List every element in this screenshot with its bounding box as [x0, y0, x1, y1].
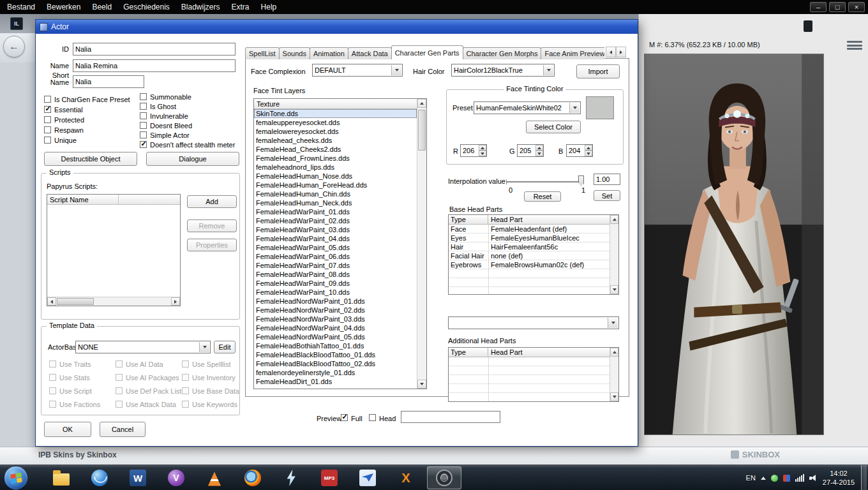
- texture-row[interactable]: SkinTone.dds: [254, 109, 417, 118]
- base-head-parts-header[interactable]: Type Head Part: [449, 215, 610, 225]
- taskbar-button-internet[interactable]: [82, 466, 117, 489]
- texture-column-header[interactable]: Texture: [254, 99, 417, 109]
- menu-item[interactable]: Bestand: [1, 0, 41, 14]
- texture-row[interactable]: FemaleHeadWarPaint_09.dds: [254, 279, 417, 288]
- menu-item[interactable]: Help: [255, 0, 283, 14]
- texture-row[interactable]: FemaleHeadHuman_Neck.dds: [254, 198, 417, 207]
- destructible-object-button[interactable]: Destructible Object: [44, 152, 137, 166]
- taskbar-button-mail[interactable]: [350, 466, 385, 489]
- flag-checkbox-row[interactable]: Protected: [44, 115, 130, 124]
- g-spinner[interactable]: 205: [517, 144, 544, 157]
- tray-green-app-icon[interactable]: [771, 475, 778, 482]
- scroll-down-icon[interactable]: [417, 380, 426, 389]
- texture-row[interactable]: FemaleHeadBothiahTattoo_01.dds: [254, 341, 417, 350]
- ok-button[interactable]: OK: [44, 422, 91, 437]
- use-flag-checkbox[interactable]: [49, 374, 56, 381]
- flag-checkbox[interactable]: [44, 96, 51, 103]
- select-color-button[interactable]: Select Color: [526, 121, 581, 133]
- taskbar-button-lightning[interactable]: [274, 466, 308, 489]
- use-flag-row[interactable]: Use Attack Data: [116, 400, 181, 408]
- use-flag-checkbox[interactable]: [182, 360, 189, 368]
- use-flag-row[interactable]: Use Spelllist: [182, 360, 239, 368]
- additional-parts-scrollbar[interactable]: [610, 348, 618, 401]
- flag-checkbox[interactable]: [140, 103, 147, 110]
- tab-scroll-right-icon[interactable]: [616, 47, 626, 57]
- show-desktop-button[interactable]: [861, 465, 867, 490]
- flag-checkbox[interactable]: [44, 126, 51, 133]
- flag-checkbox-row[interactable]: Unique: [44, 136, 130, 144]
- flag-checkbox[interactable]: [44, 106, 51, 113]
- preset-combo[interactable]: HumanFemaleSkinWhite02: [474, 101, 581, 114]
- texture-row[interactable]: FemaleHeadWarPaint_10.dds: [254, 288, 417, 297]
- import-button[interactable]: Import: [576, 64, 620, 78]
- dropdown-arrow-icon[interactable]: [608, 318, 618, 328]
- texture-row[interactable]: FemaleHeadNordWarPaint_04.dds: [254, 323, 417, 332]
- use-flag-checkbox[interactable]: [116, 374, 123, 381]
- menu-item[interactable]: Bewerken: [41, 0, 86, 14]
- texture-row[interactable]: femaleuppereyesocket.dds: [254, 118, 417, 127]
- script-add-button[interactable]: Add: [187, 195, 237, 208]
- flag-checkbox-row[interactable]: Summonable: [140, 93, 235, 101]
- use-flag-row[interactable]: Use Base Data: [182, 387, 239, 395]
- tab[interactable]: Sounds: [279, 47, 310, 59]
- small-app-icon[interactable]: [804, 20, 812, 32]
- network-icon[interactable]: [795, 474, 804, 482]
- id-input[interactable]: [73, 43, 236, 56]
- scrollbar-thumb[interactable]: [57, 298, 94, 305]
- r-spinner[interactable]: 206: [460, 144, 487, 157]
- use-flag-row[interactable]: Use Traits: [49, 360, 100, 368]
- scroll-up-icon[interactable]: [610, 348, 618, 357]
- actorbase-combo[interactable]: NONE: [75, 341, 211, 353]
- script-name-header[interactable]: Script Name: [47, 195, 180, 205]
- texture-row[interactable]: FemaleHeadWarPaint_08.dds: [254, 270, 417, 279]
- slider-thumb[interactable]: [578, 175, 584, 186]
- dropdown-arrow-icon[interactable]: [569, 103, 580, 113]
- scrollbar-track[interactable]: [417, 108, 426, 380]
- scroll-down-icon[interactable]: [610, 392, 618, 401]
- head-part-row[interactable]: Eyes FemaleEyesHumanBlueIcec: [449, 234, 610, 242]
- flag-checkbox[interactable]: [44, 137, 51, 144]
- use-flag-checkbox[interactable]: [182, 387, 189, 394]
- scroll-down-icon[interactable]: [610, 285, 618, 294]
- use-flag-row[interactable]: Use Factions: [49, 400, 100, 408]
- taskbar-button-creation-kit[interactable]: [427, 466, 461, 489]
- dialogue-button[interactable]: Dialogue: [146, 152, 239, 166]
- scrollbar-track[interactable]: [610, 224, 618, 285]
- texture-row[interactable]: FemaleHeadBlackBloodTattoo_01.dds: [254, 350, 417, 359]
- name-input[interactable]: [73, 59, 236, 72]
- use-flag-checkbox[interactable]: [49, 401, 56, 408]
- texture-row[interactable]: FemaleHeadWarPaint_02.dds: [254, 216, 417, 225]
- flag-checkbox[interactable]: [140, 93, 147, 100]
- spin-up-icon[interactable]: [535, 145, 543, 151]
- texture-row[interactable]: FemaleHeadNordWarPaint_02.dds: [254, 306, 417, 315]
- texture-row[interactable]: FemaleHeadHuman_Nose.dds: [254, 172, 417, 181]
- texture-row[interactable]: FemaleHeadWarPaint_01.dds: [254, 207, 417, 216]
- texture-row[interactable]: FemaleHead_FrownLines.dds: [254, 154, 417, 163]
- additional-head-parts-header[interactable]: Type Head Part: [449, 348, 610, 357]
- type-column-header[interactable]: Type: [449, 215, 488, 224]
- flag-checkbox-row[interactable]: Respawn: [44, 126, 130, 134]
- preview-head-label[interactable]: Head: [379, 415, 396, 422]
- flag-checkbox-row[interactable]: Simple Actor: [140, 131, 235, 139]
- flag-checkbox[interactable]: [140, 141, 147, 148]
- texture-row[interactable]: FemaleHeadDirt_01.dds: [254, 377, 417, 386]
- use-flag-checkbox[interactable]: [182, 374, 189, 381]
- texture-row[interactable]: FemaleHeadHuman_Chin.dds: [254, 189, 417, 198]
- flag-checkbox[interactable]: [140, 112, 147, 119]
- menu-item[interactable]: Extra: [226, 0, 255, 14]
- face-complexion-combo[interactable]: DEFAULT: [312, 64, 403, 77]
- menu-item[interactable]: Geschiedenis: [117, 0, 176, 14]
- scripts-horizontal-scrollbar[interactable]: [47, 297, 180, 306]
- taskbar-button-folder[interactable]: [44, 466, 79, 489]
- flag-checkbox-row[interactable]: Essential: [44, 105, 130, 114]
- texture-row[interactable]: FemaleHeadWarPaint_06.dds: [254, 252, 417, 261]
- scrollbar-thumb[interactable]: [418, 110, 426, 151]
- flag-checkbox[interactable]: [140, 131, 147, 138]
- start-button[interactable]: [4, 466, 28, 490]
- preview-head-checkbox[interactable]: [369, 414, 376, 421]
- scroll-up-icon[interactable]: [417, 99, 426, 108]
- use-flag-row[interactable]: Use Keywords: [182, 400, 239, 408]
- taskbar-button-xpadder[interactable]: [389, 466, 423, 489]
- minimize-button[interactable]: –: [810, 2, 827, 12]
- ck-window-icon[interactable]: [10, 17, 23, 30]
